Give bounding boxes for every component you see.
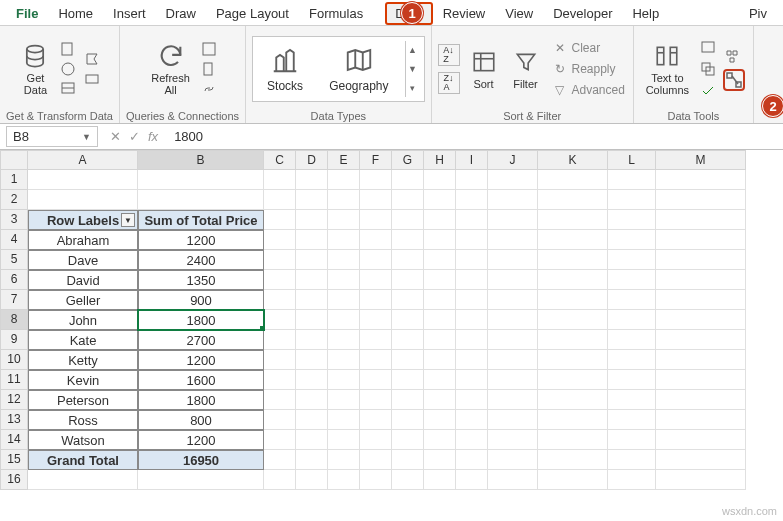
cell[interactable] — [392, 350, 424, 370]
cell[interactable] — [28, 470, 138, 490]
row-header[interactable]: 13 — [0, 410, 28, 430]
cell[interactable] — [538, 470, 608, 490]
row-header[interactable]: 16 — [0, 470, 28, 490]
row-header[interactable]: 1 — [0, 170, 28, 190]
tab-pivot[interactable]: Piv — [739, 2, 777, 25]
existing-connections-button[interactable] — [83, 70, 101, 88]
cell[interactable] — [424, 270, 456, 290]
cell[interactable] — [656, 450, 746, 470]
cell[interactable] — [424, 290, 456, 310]
cell[interactable] — [264, 290, 296, 310]
cell[interactable] — [456, 210, 488, 230]
cell[interactable] — [456, 330, 488, 350]
cell[interactable] — [456, 310, 488, 330]
cell[interactable] — [656, 350, 746, 370]
cell[interactable] — [264, 470, 296, 490]
cell[interactable] — [264, 210, 296, 230]
cell[interactable]: John — [28, 310, 138, 330]
cell[interactable] — [538, 450, 608, 470]
cell[interactable] — [538, 390, 608, 410]
cell[interactable] — [328, 430, 360, 450]
cell[interactable] — [656, 430, 746, 450]
cell[interactable] — [456, 390, 488, 410]
cell[interactable] — [656, 290, 746, 310]
cell[interactable] — [538, 210, 608, 230]
cell[interactable] — [360, 310, 392, 330]
cell[interactable] — [538, 230, 608, 250]
cell[interactable] — [264, 430, 296, 450]
filter-button[interactable]: Filter — [508, 46, 544, 92]
cell[interactable] — [392, 410, 424, 430]
cell[interactable] — [392, 210, 424, 230]
cell[interactable] — [328, 330, 360, 350]
tab-review[interactable]: Review — [433, 2, 496, 25]
cell[interactable] — [608, 310, 656, 330]
cell[interactable] — [424, 170, 456, 190]
cell[interactable] — [328, 470, 360, 490]
cell[interactable] — [424, 370, 456, 390]
advanced-filter-button[interactable]: ▽Advanced — [550, 81, 627, 99]
cell[interactable]: 900 — [138, 290, 264, 310]
col-header[interactable]: D — [296, 150, 328, 170]
cell[interactable] — [424, 450, 456, 470]
cell[interactable] — [538, 190, 608, 210]
cell[interactable]: Watson — [28, 430, 138, 450]
cell[interactable]: Dave — [28, 250, 138, 270]
cell[interactable] — [264, 390, 296, 410]
cell[interactable] — [296, 170, 328, 190]
tab-insert[interactable]: Insert — [103, 2, 156, 25]
from-web-button[interactable] — [59, 60, 77, 78]
cell[interactable] — [656, 230, 746, 250]
cell[interactable] — [328, 250, 360, 270]
cell[interactable] — [656, 210, 746, 230]
cell[interactable] — [608, 230, 656, 250]
enter-icon[interactable]: ✓ — [129, 129, 140, 144]
from-table-button[interactable] — [59, 80, 77, 98]
cell[interactable] — [264, 450, 296, 470]
cell[interactable] — [296, 210, 328, 230]
cell[interactable] — [424, 470, 456, 490]
cell[interactable] — [360, 170, 392, 190]
cancel-icon[interactable]: ✕ — [110, 129, 121, 144]
cell[interactable] — [328, 350, 360, 370]
row-header[interactable]: 7 — [0, 290, 28, 310]
tab-formulas[interactable]: Formulas — [299, 2, 385, 25]
cell[interactable] — [328, 410, 360, 430]
cell[interactable] — [456, 250, 488, 270]
cell[interactable] — [608, 250, 656, 270]
cell[interactable] — [360, 290, 392, 310]
cell[interactable] — [328, 290, 360, 310]
cell[interactable] — [538, 310, 608, 330]
stocks-button[interactable]: Stocks — [257, 41, 313, 97]
cell[interactable] — [538, 170, 608, 190]
from-text-button[interactable] — [59, 40, 77, 58]
cell[interactable]: 1600 — [138, 370, 264, 390]
cell[interactable] — [538, 370, 608, 390]
row-header[interactable]: 8 — [0, 310, 28, 330]
tab-view[interactable]: View — [495, 2, 543, 25]
relationships-button[interactable] — [723, 69, 745, 91]
reapply-button[interactable]: ↻Reapply — [550, 60, 627, 78]
cell[interactable] — [456, 190, 488, 210]
cell[interactable] — [608, 210, 656, 230]
formula-value[interactable]: 1800 — [166, 129, 203, 144]
clear-filter-button[interactable]: ✕Clear — [550, 39, 627, 57]
cell[interactable] — [538, 430, 608, 450]
cell[interactable] — [456, 410, 488, 430]
cell[interactable]: Geller — [28, 290, 138, 310]
remove-dup-button[interactable] — [699, 60, 717, 78]
cell[interactable] — [296, 410, 328, 430]
col-header[interactable]: F — [360, 150, 392, 170]
fx-icon[interactable]: fx — [148, 129, 158, 144]
cell[interactable] — [264, 270, 296, 290]
cell[interactable] — [360, 190, 392, 210]
cell[interactable] — [424, 410, 456, 430]
cell[interactable] — [608, 370, 656, 390]
row-header[interactable]: 14 — [0, 430, 28, 450]
cell[interactable] — [456, 230, 488, 250]
cell[interactable]: David — [28, 270, 138, 290]
col-header[interactable]: J — [488, 150, 538, 170]
cell[interactable] — [264, 330, 296, 350]
chevron-down-icon[interactable]: ▼ — [82, 132, 91, 142]
cell[interactable] — [296, 390, 328, 410]
